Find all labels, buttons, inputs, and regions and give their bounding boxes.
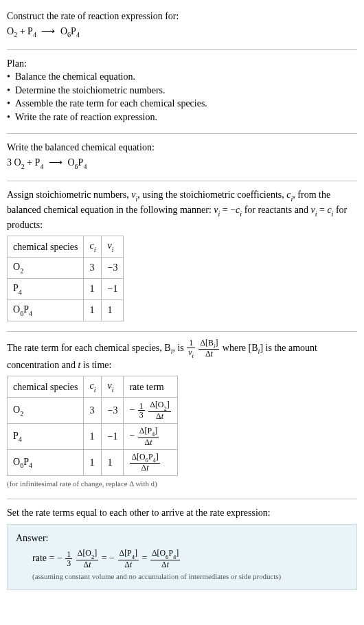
product-o6p4: O6P4: [67, 157, 87, 168]
table-row: P4 1 −1: [8, 279, 124, 300]
cell-c: 1: [84, 450, 102, 476]
divider: [7, 49, 357, 50]
rateterm-table: chemical species ci νi rate term O2 3 −3…: [7, 376, 178, 475]
col-nu: νi: [102, 236, 124, 258]
cell-c: 1: [84, 424, 102, 450]
col-c: ci: [84, 376, 102, 398]
col-species: chemical species: [8, 376, 84, 398]
cell-nu: −3: [102, 258, 124, 279]
header-section: Construct the rate of reaction expressio…: [7, 5, 357, 47]
cell-c: 3: [84, 258, 102, 279]
rateterm-intro: The rate term for each chemical species,…: [7, 339, 357, 372]
answer-expression: rate = − 13 Δ[O2]Δt = − Δ[P4]Δt = Δ[O6P4…: [32, 549, 348, 569]
cell-species: O6P4: [8, 450, 84, 476]
coef-3: 3: [7, 157, 14, 168]
table-row: O2 3 −3: [8, 258, 124, 279]
table-header-row: chemical species ci νi rate term: [8, 376, 178, 398]
bullet-icon: •: [7, 111, 15, 124]
bullet-icon: •: [7, 97, 15, 111]
plan-item: •Balance the chemical equation.: [7, 70, 357, 84]
col-nu: νi: [102, 376, 124, 398]
cell-nu: −1: [102, 279, 124, 300]
bullet-icon: •: [7, 84, 15, 98]
fraction: Δ[Bi]Δt: [198, 339, 219, 359]
plan-item-text: Assemble the rate term for each chemical…: [15, 97, 207, 111]
cell-nu: 1: [102, 300, 124, 321]
arrow-icon: ⟶: [41, 25, 55, 38]
plus: +: [17, 26, 27, 36]
cell-species: O2: [8, 398, 84, 424]
cell-rateterm: Δ[O6P4]Δt: [124, 450, 177, 476]
unbalanced-equation: O2 + P4 ⟶ O6P4: [7, 25, 357, 40]
plan-item: •Assemble the rate term for each chemica…: [7, 97, 357, 111]
final-title: Set the rate terms equal to each other t…: [7, 506, 357, 520]
reactant-p4: P4: [35, 157, 44, 168]
rateterm-section: The rate term for each chemical species,…: [7, 334, 357, 496]
cell-nu: 1: [102, 450, 124, 476]
cell-species: P4: [8, 424, 84, 450]
plan-section: Plan: •Balance the chemical equation. •D…: [7, 53, 357, 131]
answer-title: Answer:: [16, 532, 348, 545]
balanced-section: Write the balanced chemical equation: 3 …: [7, 137, 357, 178]
cell-nu: −1: [102, 424, 124, 450]
prompt-text: Construct the rate of reaction expressio…: [7, 10, 357, 23]
cell-species: O2: [8, 258, 84, 279]
stoich-section: Assign stoichiometric numbers, νi, using…: [7, 184, 357, 328]
divider: [7, 181, 357, 181]
plan-item: •Determine the stoichiometric numbers.: [7, 84, 357, 98]
table-row: P4 1 −1 − Δ[P4]Δt: [8, 424, 178, 450]
stoich-table: chemical species ci νi O2 3 −3 P4 1 −1 O…: [7, 236, 124, 321]
product-o6p4: O6P4: [60, 26, 80, 36]
fraction: 1νi: [187, 339, 195, 359]
bullet-icon: •: [7, 70, 15, 84]
plan-item-text: Balance the chemical equation.: [15, 70, 135, 84]
table-row: O6P4 1 1: [8, 300, 124, 321]
cell-c: 1: [84, 279, 102, 300]
arrow-icon: ⟶: [49, 156, 62, 170]
cell-c: 3: [84, 398, 102, 424]
col-species: chemical species: [8, 236, 84, 258]
plan-item: •Write the rate of reaction expression.: [7, 111, 357, 124]
answer-box: Answer: rate = − 13 Δ[O2]Δt = − Δ[P4]Δt …: [7, 524, 357, 590]
rateterm-note: (for infinitesimal rate of change, repla…: [7, 479, 357, 489]
divider: [7, 499, 357, 499]
divider: [7, 331, 357, 332]
table-row: O2 3 −3 − 13 Δ[O2]Δt: [8, 398, 178, 424]
cell-rateterm: − Δ[P4]Δt: [124, 424, 177, 450]
cell-rateterm: − 13 Δ[O2]Δt: [124, 398, 177, 424]
table-header-row: chemical species ci νi: [8, 236, 124, 258]
balanced-title: Write the balanced chemical equation:: [7, 141, 357, 155]
reactant-p4: P4: [27, 26, 36, 36]
col-rateterm: rate term: [124, 376, 177, 398]
cell-species: O6P4: [8, 300, 84, 321]
reactant-o2: O2: [14, 157, 25, 168]
cell-species: P4: [8, 279, 84, 300]
cell-nu: −3: [102, 398, 124, 424]
stoich-intro: Assign stoichiometric numbers, νi, using…: [7, 188, 357, 231]
balanced-equation: 3 O2 + P4 ⟶ O6P4: [7, 156, 357, 171]
plan-item-text: Write the rate of reaction expression.: [15, 111, 157, 124]
reactant-o2: O2: [7, 26, 17, 36]
table-row: O6P4 1 1 Δ[O6P4]Δt: [8, 450, 178, 476]
plan-item-text: Determine the stoichiometric numbers.: [15, 84, 166, 98]
plus: +: [25, 157, 35, 168]
answer-note: (assuming constant volume and no accumul…: [32, 571, 348, 582]
cell-c: 1: [84, 300, 102, 321]
divider: [7, 133, 357, 134]
plan-title: Plan:: [7, 57, 357, 71]
final-section: Set the rate terms equal to each other t…: [7, 502, 357, 596]
col-c: ci: [84, 236, 102, 258]
